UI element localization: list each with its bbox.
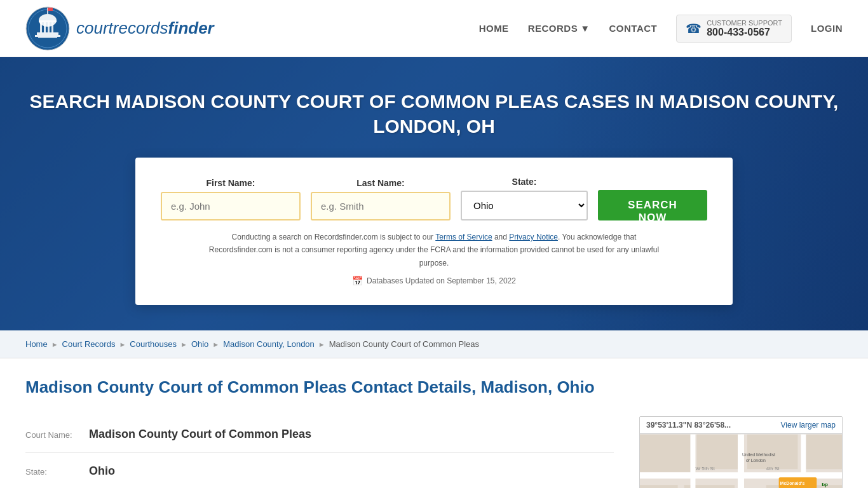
court-name-label: Court Name: [25,430,83,440]
nav-records[interactable]: RECORDS ▼ [528,23,590,34]
svg-rect-16 [747,435,798,470]
first-name-field-group: First Name: [161,178,301,220]
nav-contact[interactable]: CONTACT [609,23,658,34]
terms-link[interactable]: Terms of Service [435,233,492,241]
court-name-row: Court Name: Madison County Court of Comm… [25,416,614,453]
breadcrumb-madison-county[interactable]: Madison County, London [223,339,315,349]
site-header: courtrecordsfinder HOME RECORDS ▼ CONTAC… [0,0,868,57]
support-phone[interactable]: 800-433-0567 [707,27,782,38]
svg-rect-9 [35,35,60,37]
view-larger-map-link[interactable]: View larger map [781,421,836,430]
breadcrumb-sep-4: ► [212,341,219,348]
db-update-info: 📅 Databases Updated on September 15, 202… [161,276,707,286]
svg-rect-5 [44,22,46,32]
court-name-value: Madison County Court of Common Pleas [89,428,311,441]
svg-rect-4 [40,22,42,32]
db-update-text: Databases Updated on September 15, 2022 [367,276,516,285]
main-nav: HOME RECORDS ▼ CONTACT ☎ CUSTOMER SUPPOR… [479,15,843,43]
map-svg: W 5th St 4th St Shannon Treynor McDonald… [640,434,842,488]
svg-rect-14 [640,435,691,473]
calendar-icon: 📅 [352,276,363,286]
svg-rect-28 [691,435,696,488]
map-panel: 39°53'11.3"N 83°26'58... View larger map [639,416,843,488]
breadcrumb-sep-5: ► [318,341,325,348]
customer-support-box[interactable]: ☎ CUSTOMER SUPPORT 800-433-0567 [676,15,792,43]
breadcrumb-ohio[interactable]: Ohio [191,339,208,349]
last-name-label: Last Name: [311,178,451,188]
search-card: First Name: Last Name: State: Ohio Alaba… [135,158,733,305]
svg-rect-12 [48,8,53,11]
breadcrumb-court-records[interactable]: Court Records [62,339,116,349]
hero-section: SEARCH MADISON COUNTY COURT OF COMMON PL… [0,57,868,330]
privacy-link[interactable]: Privacy Notice [509,233,558,241]
state-label: State: [461,177,588,187]
map-coordinates: 39°53'11.3"N 83°26'58... [646,421,731,430]
svg-rect-6 [48,22,50,32]
svg-rect-10 [38,37,57,38]
svg-text:of London: of London [746,459,766,463]
headset-icon: ☎ [686,21,702,36]
svg-text:McDonald's: McDonald's [780,481,805,485]
breadcrumb-sep-3: ► [180,341,187,348]
state-detail-value: Ohio [89,464,115,478]
map-label-bar: 39°53'11.3"N 83°26'58... View larger map [640,417,842,434]
state-field-group: State: Ohio Alabama Alaska Arizona Calif… [461,177,588,220]
support-info: CUSTOMER SUPPORT 800-433-0567 [707,19,782,38]
main-content: Madison County Court of Common Pleas Con… [0,358,868,488]
search-disclaimer: Conducting a search on Recordsfinder.com… [205,231,663,269]
logo-area: courtrecordsfinder [25,6,479,51]
state-row: State: Ohio [25,453,614,488]
svg-rect-15 [696,435,741,470]
svg-rect-8 [37,32,58,35]
svg-text:United Methodist: United Methodist [742,453,775,458]
nav-home[interactable]: HOME [479,23,509,34]
breadcrumb-current: Madison County Court of Common Pleas [329,339,479,349]
svg-rect-17 [804,435,842,470]
state-select[interactable]: Ohio Alabama Alaska Arizona California F… [461,191,588,220]
svg-rect-3 [39,20,57,22]
breadcrumb: Home ► Court Records ► Courthouses ► Ohi… [0,330,868,358]
breadcrumb-sep-2: ► [119,341,126,348]
logo-icon[interactable] [25,6,70,51]
first-name-label: First Name: [161,178,301,188]
svg-rect-27 [738,435,744,488]
details-panel: Court Name: Madison County Court of Comm… [25,416,614,488]
chevron-down-icon: ▼ [580,23,590,34]
logo-text[interactable]: courtrecordsfinder [76,18,214,38]
nav-login[interactable]: LOGIN [811,23,843,34]
last-name-input[interactable] [311,192,451,220]
svg-text:4th St: 4th St [766,466,780,471]
breadcrumb-courthouses[interactable]: Courthouses [130,339,177,349]
breadcrumb-home[interactable]: Home [25,339,48,349]
search-fields: First Name: Last Name: State: Ohio Alaba… [161,177,707,220]
breadcrumb-sep-1: ► [51,341,58,348]
page-title: Madison County Court of Common Pleas Con… [25,377,843,397]
map-visual[interactable]: W 5th St 4th St Shannon Treynor McDonald… [640,434,842,488]
svg-text:W 5th St: W 5th St [695,466,715,471]
first-name-input[interactable] [161,192,301,220]
hero-title: SEARCH MADISON COUNTY COURT OF COMMON PL… [13,89,855,139]
support-label: CUSTOMER SUPPORT [707,19,782,27]
hero-content: SEARCH MADISON COUNTY COURT OF COMMON PL… [13,89,855,305]
state-detail-label: State: [25,467,83,477]
map-container: 39°53'11.3"N 83°26'58... View larger map [639,416,843,488]
content-grid: Court Name: Madison County Court of Comm… [25,416,843,488]
svg-text:bp: bp [822,482,828,487]
last-name-field-group: Last Name: [311,178,451,220]
svg-rect-18 [640,485,678,488]
search-now-button[interactable]: SEARCH NOW [598,190,707,220]
svg-rect-7 [51,22,53,32]
